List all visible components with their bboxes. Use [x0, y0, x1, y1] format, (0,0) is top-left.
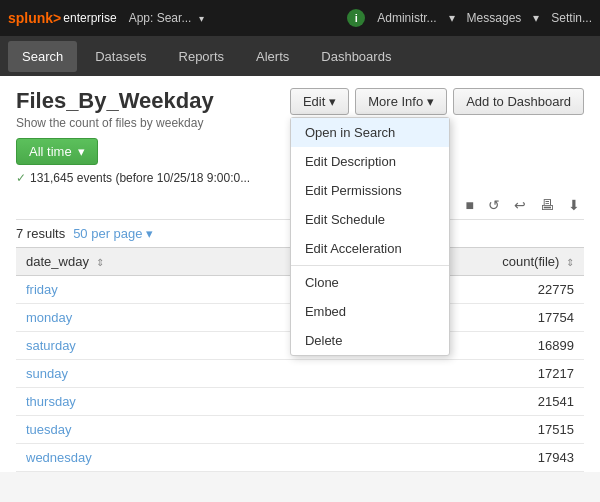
dropdown-open-search[interactable]: Open in Search	[291, 118, 449, 147]
dropdown-edit-permissions[interactable]: Edit Permissions	[291, 176, 449, 205]
settings-label[interactable]: Settin...	[551, 11, 592, 25]
header-buttons: Edit ▾ Open in Search Edit Description E…	[290, 88, 584, 115]
dropdown-embed[interactable]: Embed	[291, 297, 449, 326]
nav-alerts[interactable]: Alerts	[242, 41, 303, 72]
admin-caret[interactable]: ▾	[449, 11, 455, 25]
nav-search[interactable]: Search	[8, 41, 77, 72]
edit-caret-icon: ▾	[329, 94, 336, 109]
caret-icon[interactable]: ▾	[199, 13, 204, 24]
page-content: Files_By_Weekday Show the count of files…	[0, 76, 600, 472]
edit-button[interactable]: Edit ▾	[290, 88, 349, 115]
top-bar-right: i Administr... ▾ Messages ▾ Settin...	[347, 9, 592, 27]
cell-weekday[interactable]: saturday	[16, 332, 309, 360]
alltime-caret-icon: ▾	[78, 144, 85, 159]
sort-icon-date: ⇕	[96, 257, 104, 268]
page-title: Files_By_Weekday	[16, 88, 214, 114]
cell-weekday[interactable]: sunday	[16, 360, 309, 388]
cell-weekday[interactable]: wednesday	[16, 444, 309, 472]
share-icon[interactable]: ↩	[510, 195, 530, 215]
page-header: Files_By_Weekday Show the count of files…	[16, 88, 584, 130]
results-count: 7 results	[16, 226, 65, 241]
dropdown-edit-description[interactable]: Edit Description	[291, 147, 449, 176]
nav-reports[interactable]: Reports	[165, 41, 239, 72]
cell-weekday[interactable]: tuesday	[16, 416, 309, 444]
dropdown-edit-schedule[interactable]: Edit Schedule	[291, 205, 449, 234]
messages-label[interactable]: Messages	[467, 11, 522, 25]
table-row: sunday17217	[16, 360, 584, 388]
col-date-wday[interactable]: date_wday ⇕	[16, 248, 309, 276]
checkmark-icon: ✓	[16, 171, 26, 185]
sort-icon-count: ⇕	[566, 257, 574, 268]
events-text: 131,645 events (before 10/25/18 9:00:0..…	[30, 171, 250, 185]
dropdown-edit-acceleration[interactable]: Edit Acceleration	[291, 234, 449, 263]
cell-count: 17515	[309, 416, 584, 444]
cell-weekday[interactable]: monday	[16, 304, 309, 332]
messages-caret[interactable]: ▾	[533, 11, 539, 25]
admin-label[interactable]: Administr...	[377, 11, 436, 25]
all-time-button[interactable]: All time ▾	[16, 138, 98, 165]
dropdown-divider	[291, 265, 449, 266]
cell-weekday[interactable]: friday	[16, 276, 309, 304]
more-info-caret-icon: ▾	[427, 94, 434, 109]
more-info-button[interactable]: More Info ▾	[355, 88, 447, 115]
page-subtitle: Show the count of files by weekday	[16, 116, 214, 130]
download-icon[interactable]: ⬇	[564, 195, 584, 215]
enterprise-text: enterprise	[63, 11, 116, 25]
add-to-dashboard-button[interactable]: Add to Dashboard	[453, 88, 584, 115]
top-bar: splunk>enterprise App: Sear... ▾ i Admin…	[0, 0, 600, 36]
nav-datasets[interactable]: Datasets	[81, 41, 160, 72]
table-row: wednesday17943	[16, 444, 584, 472]
stop-icon[interactable]: ■	[462, 195, 478, 215]
nav-dashboards[interactable]: Dashboards	[307, 41, 405, 72]
cell-count: 21541	[309, 388, 584, 416]
cell-weekday[interactable]: thursday	[16, 388, 309, 416]
refresh-icon[interactable]: ↺	[484, 195, 504, 215]
table-row: tuesday17515	[16, 416, 584, 444]
app-label: App: Sear...	[129, 11, 192, 25]
cell-count: 17217	[309, 360, 584, 388]
print-icon[interactable]: 🖶	[536, 195, 558, 215]
edit-dropdown-menu: Open in Search Edit Description Edit Per…	[290, 117, 450, 356]
dropdown-clone[interactable]: Clone	[291, 268, 449, 297]
per-page-caret-icon: ▾	[146, 226, 153, 241]
table-row: thursday21541	[16, 388, 584, 416]
splunk-logo: splunk>enterprise	[8, 10, 117, 26]
main-nav: Search Datasets Reports Alerts Dashboard…	[0, 36, 600, 76]
dropdown-delete[interactable]: Delete	[291, 326, 449, 355]
per-page-select[interactable]: 50 per page ▾	[73, 226, 153, 241]
splunk-text: splunk>	[8, 10, 61, 26]
cell-count: 17943	[309, 444, 584, 472]
title-section: Files_By_Weekday Show the count of files…	[16, 88, 214, 130]
info-icon: i	[347, 9, 365, 27]
